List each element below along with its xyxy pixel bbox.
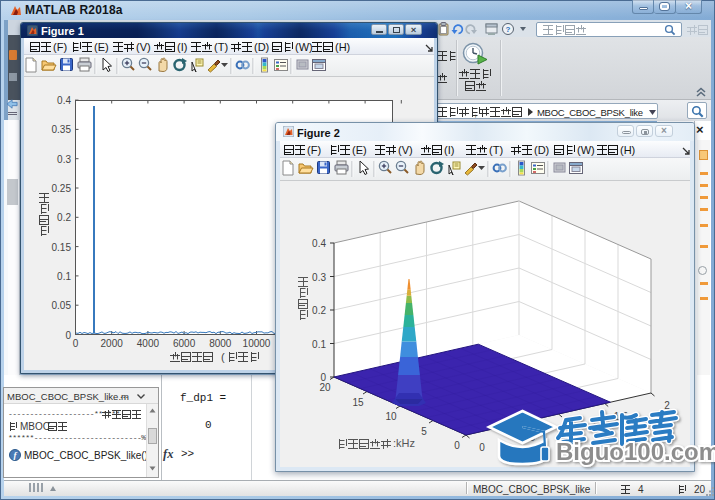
svg-text:Biguo100.com: Biguo100.com [556,438,715,465]
svg-text:?: ? [506,25,511,34]
